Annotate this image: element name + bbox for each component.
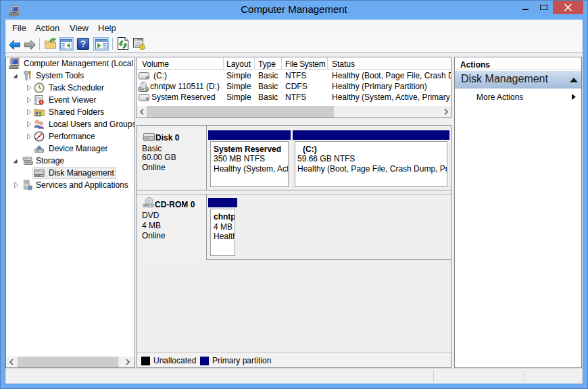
svg-text:?: ?: [80, 39, 86, 49]
